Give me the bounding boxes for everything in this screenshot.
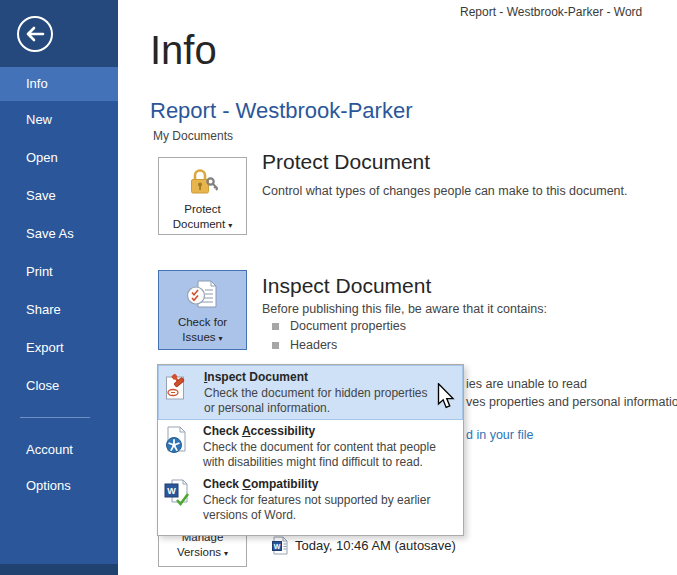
issues-button-label-2: Issues▾ (159, 330, 246, 346)
dropdown-arrow-icon: ▾ (219, 334, 223, 343)
document-title: Report - Westbrook-Parker (150, 98, 412, 124)
dropdown-arrow-icon: ▾ (224, 549, 228, 558)
accessibility-icon (164, 423, 194, 470)
protect-button-label-1: Protect (159, 202, 246, 217)
bullet-document-properties: Document properties (272, 319, 406, 333)
bullet-headers: Headers (272, 338, 337, 352)
sidebar-item-save[interactable]: Save (0, 177, 118, 215)
menu-title: Check Accessibility (203, 423, 436, 440)
page-title: Info (150, 28, 217, 73)
check-for-issues-button[interactable]: Check for Issues▾ (158, 270, 247, 350)
menu-description: Check the document for hidden properties (204, 386, 427, 401)
background-link-fragment[interactable]: d in your file (466, 428, 533, 442)
back-button[interactable] (13, 12, 57, 56)
menu-title: Inspect Document (204, 369, 427, 386)
menu-item-check-accessibility[interactable]: Check Accessibility Check the document f… (158, 420, 463, 473)
back-arrow-icon (13, 12, 57, 56)
versions-button-label-2: Versions▾ (159, 545, 246, 561)
inspect-section-heading: Inspect Document (262, 274, 431, 298)
window-title: Report - Westbrook-Parker - Word (460, 5, 642, 19)
background-text-fragment: ves properties and personal information (466, 395, 677, 409)
sidebar-item-share[interactable]: Share (0, 291, 118, 329)
inspect-document-stamp-icon (165, 369, 195, 416)
sidebar-item-account[interactable]: Account (0, 431, 118, 469)
word-compatibility-icon: W (164, 476, 194, 532)
bullet-icon (272, 323, 279, 330)
word-file-icon: W (272, 536, 289, 555)
menu-item-inspect-document[interactable]: Inspect Document Check the document for … (158, 365, 463, 420)
protect-section-heading: Protect Document (262, 150, 430, 174)
dropdown-arrow-icon: ▾ (228, 221, 232, 230)
svg-text:W: W (274, 543, 281, 550)
menu-description: versions of Word. (203, 508, 430, 523)
mouse-cursor (437, 383, 455, 414)
backstage-sidebar: Info New Open Save Save As Print Share E… (0, 0, 118, 575)
bullet-icon (272, 342, 279, 349)
sidebar-divider (20, 417, 90, 418)
check-for-issues-menu: Inspect Document Check the document for … (157, 364, 464, 536)
inspect-section-intro: Before publishing this file, be aware th… (262, 302, 547, 316)
svg-text:W: W (167, 486, 176, 496)
background-text-fragment: ies are unable to read (466, 377, 587, 391)
protect-section-description: Control what types of changes people can… (262, 184, 628, 198)
sidebar-item-print[interactable]: Print (0, 253, 118, 291)
word-backstage-info: Report - Westbrook-Parker - Word Info Ne… (0, 0, 677, 575)
sidebar-top-band (0, 0, 118, 67)
inspect-checklist-icon (159, 277, 246, 315)
protect-document-button[interactable]: Protect Document▾ (158, 157, 247, 235)
menu-description: with disabilities might find difficult t… (203, 455, 436, 470)
protect-button-label-2: Document▾ (159, 217, 246, 233)
sidebar-item-close[interactable]: Close (0, 367, 118, 405)
menu-description: or personal information. (204, 401, 427, 416)
sidebar-item-save-as[interactable]: Save As (0, 215, 118, 253)
document-location: My Documents (153, 129, 233, 143)
sidebar-item-options[interactable]: Options (0, 467, 118, 505)
lock-key-icon (159, 164, 246, 202)
sidebar-item-new[interactable]: New (0, 101, 118, 139)
sidebar-item-export[interactable]: Export (0, 329, 118, 367)
issues-button-label-1: Check for (159, 315, 246, 330)
menu-description: Check the document for content that peop… (203, 440, 436, 455)
sidebar-item-info[interactable]: Info (0, 67, 118, 101)
sidebar-item-open[interactable]: Open (0, 139, 118, 177)
autosave-label: Today, 10:46 AM (autosave) (295, 538, 456, 553)
menu-description: Check for features not supported by earl… (203, 493, 430, 508)
sidebar-bottom-band (0, 564, 118, 575)
menu-title: Check Compatibility (203, 476, 430, 493)
autosave-version-item[interactable]: W Today, 10:46 AM (autosave) (272, 536, 456, 555)
menu-item-check-compatibility[interactable]: W Check Compatibility Check for features… (158, 473, 463, 535)
